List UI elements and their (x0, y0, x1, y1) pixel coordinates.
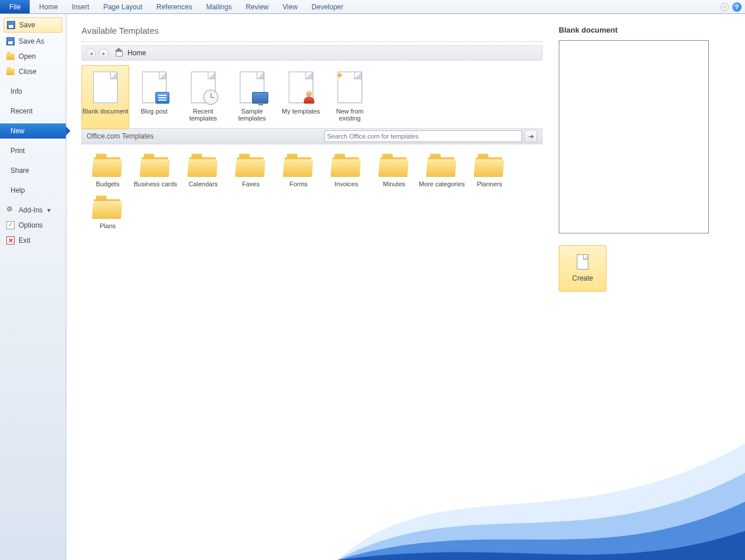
tab-insert[interactable]: Insert (65, 0, 96, 13)
options-icon (6, 221, 15, 229)
tab-page-layout[interactable]: Page Layout (96, 0, 149, 13)
saveas-icon (6, 37, 15, 45)
folder-icon (379, 153, 409, 177)
category-forms[interactable]: Forms (275, 153, 322, 187)
breadcrumb-forward-button[interactable]: ▸ (98, 48, 109, 58)
sidebar-label: Exit (19, 236, 30, 244)
category-plans[interactable]: Plans (84, 194, 132, 229)
sidebar-label: Info (10, 87, 22, 95)
home-icon[interactable] (115, 49, 123, 56)
category-label: Budgets (96, 180, 119, 187)
sidebar-item-print[interactable]: Print (0, 143, 66, 158)
tab-home[interactable]: Home (32, 0, 65, 13)
category-minutes[interactable]: Minutes (370, 153, 418, 187)
sample-icon (240, 72, 264, 103)
category-budgets[interactable]: Budgets (84, 153, 132, 187)
template-label: Sample templates (229, 108, 275, 122)
tab-references[interactable]: References (150, 0, 199, 13)
breadcrumb-home[interactable]: Home (127, 49, 146, 57)
my-templates-icon (289, 72, 313, 103)
folder-icon (283, 153, 314, 177)
sidebar-label: Share (10, 166, 29, 175)
sidebar-item-exit[interactable]: ✕Exit (0, 233, 66, 248)
sidebar-item-info[interactable]: Info (0, 84, 66, 99)
search-input[interactable] (324, 130, 522, 142)
template-row: Blank document Blog post Recent template… (81, 63, 542, 129)
sidebar-item-help[interactable]: Help (0, 183, 66, 198)
category-business-cards[interactable]: Business cards (132, 153, 179, 187)
folder-icon (236, 153, 266, 177)
category-label: More categories (419, 180, 465, 187)
category-label: Planners (477, 180, 502, 187)
tab-mailings[interactable]: Mailings (199, 0, 239, 13)
new-from-existing-icon: ✦ (338, 72, 362, 103)
sidebar-label: Print (10, 147, 25, 155)
sidebar-label: Close (19, 68, 37, 76)
sidebar-label: Save As (19, 37, 44, 45)
template-label: Blank document (83, 108, 129, 115)
template-label: Recent templates (180, 108, 226, 122)
template-my[interactable]: My templates (277, 65, 325, 129)
template-blank-document[interactable]: Blank document (81, 65, 129, 129)
sidebar-item-new[interactable]: New (0, 123, 66, 139)
breadcrumb-bar: ◂ ▸ Home (81, 45, 542, 61)
category-grid: Budgets Business cards Calendars Faxes F… (81, 144, 542, 235)
save-icon (7, 21, 15, 29)
exit-icon: ✕ (6, 236, 15, 244)
sidebar-item-addins[interactable]: Add-Ins▾ (0, 203, 66, 218)
breadcrumb-back-button[interactable]: ◂ (86, 48, 96, 58)
ribbon: File Home Insert Page Layout References … (0, 0, 745, 14)
folder-icon (140, 153, 171, 177)
template-label: New from existing (327, 108, 373, 122)
document-icon (577, 254, 588, 270)
category-label: Calendars (189, 180, 218, 187)
sidebar-item-share[interactable]: Share (0, 163, 66, 178)
folder-icon (474, 153, 505, 177)
preview-pane (559, 40, 709, 233)
folder-icon (427, 153, 457, 177)
category-faxes[interactable]: Faxes (227, 153, 275, 187)
sidebar-label: Open (19, 52, 36, 61)
divider (81, 41, 542, 42)
right-panel: Blank document Create (559, 14, 745, 560)
template-new-from-existing[interactable]: ✦ New from existing (326, 65, 374, 129)
category-invoices[interactable]: Invoices (322, 153, 370, 187)
sidebar-item-save[interactable]: Save (3, 17, 62, 33)
sidebar-item-close[interactable]: Close (0, 64, 66, 79)
category-calendars[interactable]: Calendars (179, 153, 227, 187)
addins-icon (6, 206, 15, 214)
sidebar-label: Recent (10, 107, 33, 115)
template-blog-post[interactable]: Blog post (130, 65, 178, 129)
office-templates-label: Office.com Templates (87, 132, 154, 140)
category-more[interactable]: More categories (418, 153, 466, 187)
sidebar-label: Help (10, 186, 25, 194)
tab-file[interactable]: File (0, 0, 30, 13)
tab-view[interactable]: View (276, 0, 305, 13)
template-recent[interactable]: Recent templates (179, 65, 227, 129)
sidebar-label: Options (19, 221, 42, 229)
sidebar-item-open[interactable]: Open (0, 49, 66, 64)
collapse-ribbon-icon[interactable]: ^ (721, 3, 729, 11)
preview-title: Blank document (559, 26, 722, 34)
tab-review[interactable]: Review (239, 0, 275, 13)
sidebar-label: Save (19, 21, 35, 29)
template-sample[interactable]: Sample templates (228, 65, 276, 129)
category-label: Invoices (335, 180, 358, 187)
category-label: Business cards (134, 180, 178, 187)
create-button[interactable]: Create (559, 245, 606, 292)
category-planners[interactable]: Planners (466, 153, 513, 187)
blank-doc-icon (93, 72, 118, 103)
open-icon (6, 54, 15, 60)
sidebar-item-options[interactable]: Options (0, 218, 66, 233)
office-templates-bar: Office.com Templates ➔ (81, 128, 542, 144)
folder-icon (93, 153, 123, 177)
help-icon[interactable]: ? (732, 2, 742, 12)
sidebar-item-recent[interactable]: Recent (0, 104, 66, 119)
folder-icon (331, 153, 361, 177)
recent-icon (191, 72, 215, 103)
sidebar-item-saveas[interactable]: Save As (0, 34, 66, 49)
search-go-button[interactable]: ➔ (524, 130, 537, 143)
page-title: Available Templates (81, 26, 542, 36)
folder-icon (188, 153, 218, 177)
tab-developer[interactable]: Developer (304, 0, 350, 13)
